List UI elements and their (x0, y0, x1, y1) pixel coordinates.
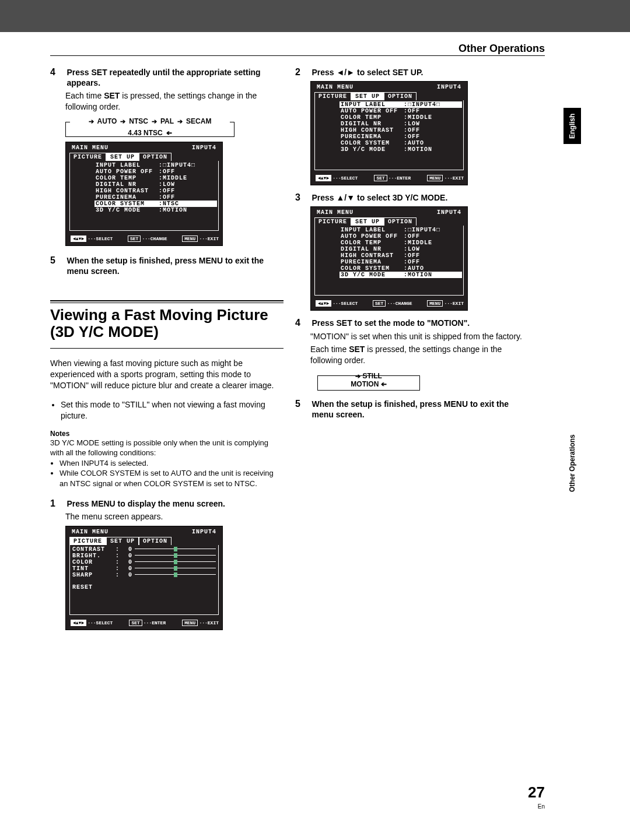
step-5: 5 When the setup is finished, press MENU… (50, 255, 284, 276)
osd-footer: ◄▲▼►···SELECT SET···CHANGE MENU···EXIT (69, 231, 219, 242)
arrow-right-icon (120, 117, 125, 125)
osd-setting-row: AUTO POWER OFF:OFF (341, 108, 461, 114)
arrow-left-icon: ➔ (381, 380, 387, 388)
slider-bar (135, 560, 216, 564)
osd-reset: RESET (72, 584, 216, 591)
slider-bar (135, 553, 216, 558)
osd-title: MAIN MENU (317, 209, 354, 216)
osd-setting-row: AUTO POWER OFF:OFF (341, 233, 461, 240)
osd-input-indicator: INPUT4 (437, 84, 461, 90)
section-rule (50, 348, 284, 349)
step-number: 2 (295, 67, 309, 78)
section-intro: When viewing a fast moving picture such … (50, 358, 284, 391)
notes-body: 3D Y/C MODE setting is possible only whe… (50, 438, 284, 458)
osd-setting-row: HIGH CONTRAST :OFF (341, 127, 461, 133)
page: Other Operations English Other Operation… (44, 32, 586, 825)
step-number: 1 (50, 498, 64, 509)
osd-picture-row: CONTRAST : 0 (72, 546, 216, 553)
osd-setup-screen: MAIN MENU INPUT4 PICTURE SET UP OPTION I… (310, 81, 468, 185)
arrow-right-icon (152, 117, 157, 125)
osd-tab-option: OPTION (139, 153, 172, 161)
osd-setting-row: HIGH CONTRAST :OFF (341, 252, 461, 259)
section-heading: Viewing a Fast Moving Picture (3D Y/C MO… (50, 307, 284, 342)
osd-setting-row: HIGH CONTRAST :OFF (96, 188, 216, 194)
left-column: 4 Press SET repeatedly until the appropr… (50, 67, 284, 634)
step-body: Each time SET is pressed, the settings c… (310, 344, 528, 366)
cycle-diagram-2: STILL MOTION ➔ (310, 371, 427, 394)
dpad-icon: ◄▲▼► (316, 175, 331, 181)
osd-setting-row: INPUT LABEL :□INPUT4□ (340, 101, 462, 108)
set-button-icon: SET (128, 236, 141, 242)
step-heading: When the setup is finished, press MENU t… (66, 255, 282, 276)
osd-titlebar: MAIN MENU INPUT4 (69, 529, 219, 537)
step-body: The menu screen appears. (65, 511, 284, 522)
osd-panel: INPUT LABEL :□INPUT4□AUTO POWER OFF:OFFC… (314, 100, 464, 170)
slider-knob-icon (174, 566, 177, 571)
osd-title: MAIN MENU (72, 145, 108, 151)
osd-titlebar: MAIN MENU INPUT4 (69, 145, 219, 153)
osd-input-indicator: INPUT4 (437, 209, 461, 216)
step-body: Each time SET is pressed, the settings c… (65, 90, 284, 113)
top-banner (0, 0, 630, 32)
osd-setting-row: DIGITAL NR :LOW (341, 121, 461, 127)
step-heading: Press ▲/▼ to select 3D Y/C MODE. (312, 192, 527, 203)
osd-setting-row: COLOR TEMP :MIDDLE (341, 114, 461, 121)
osd-tab-picture: PICTURE (314, 217, 351, 226)
dpad-icon: ◄▲▼► (71, 620, 86, 626)
notes-heading: Notes (50, 430, 284, 438)
osd-tab-picture: PICTURE (69, 537, 106, 545)
notes-list: When INPUT4 is selected. While COLOR SYS… (60, 458, 284, 489)
osd-title: MAIN MENU (317, 84, 354, 90)
osd-setting-row: DIGITAL NR :LOW (341, 246, 461, 252)
osd-titlebar: MAIN MENU INPUT4 (314, 209, 464, 217)
osd-setting-row: COLOR SYSTEM :AUTO (341, 140, 461, 146)
osd-setting-row: COLOR SYSTEM :AUTO (341, 265, 461, 272)
osd-tab-option: OPTION (384, 92, 416, 100)
set-button-icon: SET (373, 300, 386, 307)
page-header-title: Other Operations (459, 43, 545, 55)
osd-setting-row: 3D Y/C MODE :MOTION (341, 146, 461, 153)
section-tab: Other Operations (565, 414, 580, 513)
page-lang: En (538, 803, 545, 810)
step-body: "MOTION" is set when this unit is shippe… (310, 331, 528, 342)
step-heading: Press MENU to display the menu screen. (66, 498, 282, 509)
arrow-left-icon: ➔ (166, 129, 172, 137)
slider-bar (135, 572, 216, 577)
arrow-right-icon (89, 117, 94, 125)
osd-setting-row: DIGITAL NR :LOW (96, 181, 216, 188)
language-tab: English (564, 108, 581, 144)
menu-button-icon: MENU (182, 236, 198, 242)
osd-footer: ◄▲▼►···SELECT SET···CHANGE MENU···EXIT (314, 296, 464, 307)
osd-footer: ◄▲▼►···SELECT SET···ENTER MENU···EXIT (314, 170, 464, 181)
menu-button-icon: MENU (182, 620, 198, 626)
step-heading: When the setup is finished, press MENU t… (312, 399, 527, 420)
osd-setting-row: COLOR SYSTEM :NTSC (94, 201, 217, 207)
osd-setting-row: 3D Y/C MODE :MOTION (340, 272, 462, 278)
set-button-icon: SET (374, 175, 387, 181)
osd-tabs: PICTURE SET UP OPTION (69, 537, 219, 545)
page-number: 27 (528, 783, 545, 802)
osd-setting-row: PURECINEMA :OFF (341, 133, 461, 140)
menu-button-icon: MENU (427, 300, 443, 307)
osd-tab-picture: PICTURE (69, 153, 106, 161)
step-number: 5 (50, 255, 64, 266)
right-column: 2 Press ◄/► to select SET UP. MAIN MENU … (295, 67, 528, 420)
slider-bar (135, 566, 216, 571)
osd-tab-setup: SET UP (351, 217, 384, 226)
osd-tab-option: OPTION (384, 217, 416, 226)
osd-setup-screen: MAIN MENU INPUT4 PICTURE SET UP OPTION I… (310, 206, 468, 311)
section-rule (50, 300, 284, 303)
step-number: 5 (295, 399, 309, 409)
osd-setting-row: PURECINEMA :OFF (96, 194, 216, 201)
osd-tab-setup: SET UP (106, 537, 139, 545)
slider-bar (135, 547, 216, 551)
step-number: 4 (50, 67, 64, 78)
step-4-right: 4 Press SET to set the mode to "MOTION".… (295, 318, 528, 394)
header-rule (50, 55, 545, 56)
step-3: 3 Press ▲/▼ to select 3D Y/C MODE. MAIN … (295, 192, 528, 311)
step-number: 4 (295, 318, 309, 328)
cycle-diagram-1: AUTO NTSC PAL SECAM 4.43 NTSC ➔ (65, 117, 235, 137)
step-heading: Press SET repeatedly until the appropria… (66, 67, 282, 88)
slider-knob-icon (174, 553, 177, 558)
arrow-right-icon (355, 372, 360, 380)
